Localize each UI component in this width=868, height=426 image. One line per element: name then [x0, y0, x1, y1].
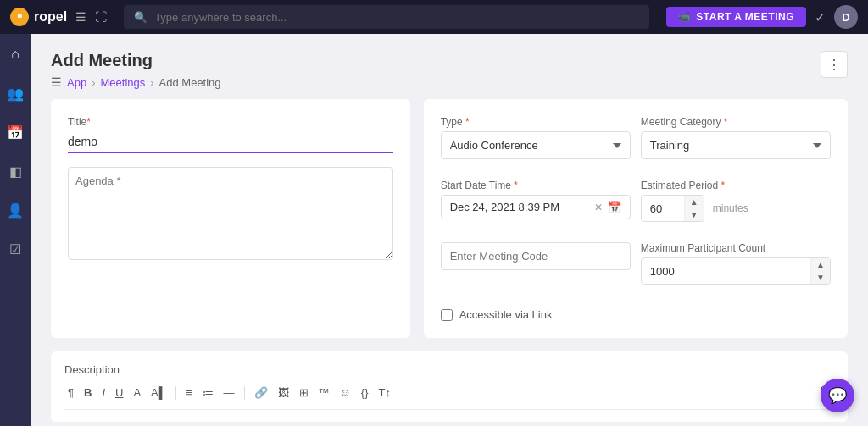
- right-grid-top: Type * Audio Conference Video Conference…: [441, 116, 831, 173]
- toolbar-table[interactable]: ⊞: [296, 385, 312, 401]
- toolbar-paragraph[interactable]: ¶: [64, 385, 77, 401]
- main-layout: ⌂ 👥 📅 ◧ 👤 ☑ Add Meeting ☰ App › Meetings…: [0, 34, 868, 426]
- toolbar-bold[interactable]: B: [81, 385, 95, 401]
- sidebar: ⌂ 👥 📅 ◧ 👤 ☑: [0, 34, 31, 426]
- title-label: Title*: [68, 116, 393, 128]
- settings-icon[interactable]: ✓: [815, 9, 826, 25]
- type-select-wrapper: Audio Conference Video Conference Webina…: [441, 131, 631, 159]
- page-header-left: Add Meeting ☰ App › Meetings › Add Meeti…: [51, 51, 221, 89]
- toolbar-sep-2: [244, 386, 245, 400]
- datetime-clear-icon[interactable]: ✕: [594, 202, 603, 213]
- description-section: Description ¶ B I U A A▌ ≡ ≔ — 🔗 🖼 ⊞ ™ ☺…: [51, 351, 848, 422]
- toolbar-image[interactable]: 🖼: [275, 385, 292, 401]
- accessible-checkbox[interactable]: [441, 309, 453, 321]
- period-number-field: ▲ ▼: [641, 195, 704, 222]
- toolbar-italic[interactable]: I: [98, 385, 108, 401]
- sidebar-item-users[interactable]: 👥: [3, 81, 27, 105]
- form-area: Title* Type *: [51, 99, 848, 338]
- toolbar-list[interactable]: ≔: [199, 385, 217, 401]
- content-area: Add Meeting ☰ App › Meetings › Add Meeti…: [31, 34, 868, 426]
- period-label: Estimated Period *: [641, 180, 831, 191]
- logo-icon: [10, 8, 29, 26]
- chat-fab[interactable]: 💬: [821, 379, 854, 412]
- topbar-icons: ☰ ⛶: [75, 10, 107, 24]
- logo-text: ropel: [34, 9, 67, 25]
- datetime-input[interactable]: [450, 201, 589, 213]
- form-left: Title*: [51, 99, 410, 338]
- max-count-decrement[interactable]: ▼: [811, 271, 830, 284]
- sidebar-item-home[interactable]: ⌂: [3, 42, 27, 66]
- period-row: ▲ ▼ minutes: [641, 195, 831, 222]
- type-label: Type *: [441, 116, 631, 128]
- agenda-field-group: [68, 167, 393, 263]
- category-label: Meeting Category *: [641, 116, 831, 128]
- breadcrumb-app[interactable]: App: [67, 76, 86, 89]
- accessible-label: Accessible via Link: [459, 308, 553, 321]
- datetime-field-group: Start Date Time * ✕ 📅: [441, 180, 631, 222]
- toolbar-sep-1: [175, 386, 176, 400]
- toolbar-trademark[interactable]: ™: [315, 385, 333, 401]
- toolbar-highlight[interactable]: A▌: [147, 385, 170, 401]
- toolbar-code[interactable]: {}: [358, 385, 372, 401]
- breadcrumb-sep-1: ›: [92, 76, 95, 89]
- page-menu-button[interactable]: ⋮: [821, 51, 848, 78]
- accessible-row: Accessible via Link: [441, 308, 831, 321]
- form-right: Type * Audio Conference Video Conference…: [424, 99, 848, 338]
- period-input[interactable]: [642, 197, 684, 220]
- period-decrement[interactable]: ▼: [685, 208, 704, 221]
- meeting-code-input[interactable]: [441, 242, 631, 270]
- category-select-wrapper: Training Sales Support General: [641, 131, 831, 159]
- max-count-number-field: ▲ ▼: [641, 257, 831, 285]
- toolbar-align[interactable]: ≡: [182, 385, 196, 401]
- datetime-label: Start Date Time *: [441, 180, 631, 191]
- title-field-group: Title*: [68, 116, 393, 153]
- max-count-increment[interactable]: ▲: [811, 258, 830, 271]
- right-grid-bottom: Maximum Participant Count ▲ ▼: [441, 242, 831, 298]
- max-count-spinners: ▲ ▼: [810, 258, 830, 284]
- sidebar-item-layers[interactable]: ◧: [3, 159, 27, 183]
- meeting-code-field-group: [441, 242, 631, 285]
- logo: ropel: [10, 8, 67, 26]
- calendar-icon[interactable]: 📅: [608, 201, 621, 213]
- toolbar-link[interactable]: 🔗: [251, 385, 271, 401]
- category-field-group: Meeting Category * Training Sales Suppor…: [641, 116, 831, 159]
- toolbar-emoji[interactable]: ☺: [337, 385, 354, 401]
- type-select[interactable]: Audio Conference Video Conference Webina…: [441, 131, 631, 159]
- period-field-group: Estimated Period * ▲ ▼ minutes: [641, 180, 831, 222]
- sidebar-item-calendar[interactable]: 📅: [3, 120, 27, 144]
- breadcrumb-meetings[interactable]: Meetings: [100, 76, 145, 89]
- toolbar-underline[interactable]: U: [112, 385, 126, 401]
- period-increment[interactable]: ▲: [685, 196, 704, 208]
- right-grid-middle: Start Date Time * ✕ 📅 Estimated Period *: [441, 180, 831, 235]
- max-count-label: Maximum Participant Count: [641, 242, 831, 254]
- expand-icon[interactable]: ⛶: [95, 10, 107, 24]
- period-unit-label: minutes: [713, 202, 748, 214]
- page-header: Add Meeting ☰ App › Meetings › Add Meeti…: [51, 51, 848, 89]
- start-meeting-button[interactable]: 📹 START A MEETING: [666, 7, 806, 27]
- search-bar[interactable]: 🔍: [124, 5, 649, 29]
- avatar[interactable]: D: [834, 5, 858, 29]
- title-input[interactable]: [68, 131, 393, 153]
- max-count-input[interactable]: [642, 260, 810, 283]
- sidebar-item-checkbox[interactable]: ☑: [3, 237, 27, 261]
- hamburger-icon[interactable]: ☰: [75, 10, 86, 24]
- search-input[interactable]: [154, 11, 639, 24]
- type-field-group: Type * Audio Conference Video Conference…: [441, 116, 631, 159]
- editor-toolbar: ¶ B I U A A▌ ≡ ≔ — 🔗 🖼 ⊞ ™ ☺ {} T↕ ⛶: [64, 385, 834, 410]
- toolbar-font-color[interactable]: A: [130, 385, 144, 401]
- breadcrumb: ☰ App › Meetings › Add Meeting: [51, 75, 221, 89]
- max-count-field-group: Maximum Participant Count ▲ ▼: [641, 242, 831, 285]
- page-title: Add Meeting: [51, 51, 221, 70]
- breadcrumb-menu-icon[interactable]: ☰: [51, 75, 62, 89]
- category-select[interactable]: Training Sales Support General: [641, 131, 831, 159]
- agenda-textarea[interactable]: [68, 167, 393, 260]
- title-required: *: [86, 116, 91, 128]
- period-spinners: ▲ ▼: [684, 196, 704, 221]
- toolbar-format[interactable]: T↕: [376, 385, 394, 401]
- start-meeting-label: START A MEETING: [696, 11, 794, 23]
- toolbar-hr[interactable]: —: [220, 385, 238, 401]
- breadcrumb-sep-2: ›: [150, 76, 153, 89]
- breadcrumb-current: Add Meeting: [159, 76, 221, 89]
- topbar-right: 📹 START A MEETING ✓ D: [666, 5, 858, 29]
- sidebar-item-person[interactable]: 👤: [3, 198, 27, 222]
